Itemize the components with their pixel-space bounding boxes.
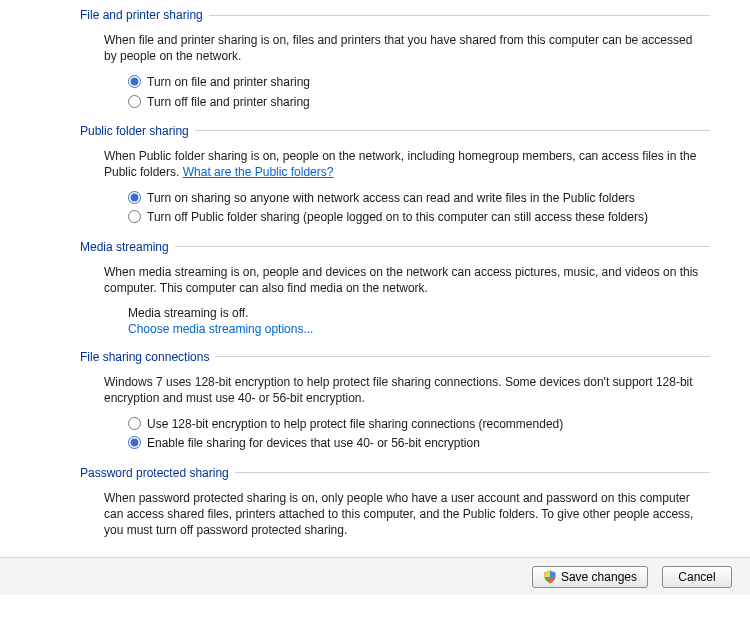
section-file-printer-sharing: File and printer sharing When file and p… bbox=[80, 8, 710, 110]
section-title: Media streaming bbox=[80, 240, 169, 254]
section-header: Public folder sharing bbox=[80, 124, 710, 138]
section-description: When file and printer sharing is on, fil… bbox=[104, 32, 700, 64]
section-header: Media streaming bbox=[80, 240, 710, 254]
section-header: Password protected sharing bbox=[80, 466, 710, 480]
media-streaming-status: Media streaming is off. bbox=[128, 306, 700, 320]
button-label: Save changes bbox=[561, 570, 637, 584]
radio-public-folder-on[interactable] bbox=[128, 191, 141, 204]
uac-shield-icon bbox=[543, 570, 557, 584]
radio-label[interactable]: Use 128-bit encryption to help protect f… bbox=[147, 416, 563, 432]
save-changes-button[interactable]: Save changes bbox=[532, 566, 648, 588]
section-description: When password protected sharing is on, o… bbox=[104, 490, 700, 539]
radio-file-printer-off[interactable] bbox=[128, 95, 141, 108]
section-header: File and printer sharing bbox=[80, 8, 710, 22]
link-choose-media-streaming-options[interactable]: Choose media streaming options... bbox=[128, 322, 313, 336]
section-media-streaming: Media streaming When media streaming is … bbox=[80, 240, 710, 336]
divider bbox=[215, 356, 710, 357]
divider bbox=[209, 15, 710, 16]
section-file-sharing-connections: File sharing connections Windows 7 uses … bbox=[80, 350, 710, 452]
cancel-button[interactable]: Cancel bbox=[662, 566, 732, 588]
advanced-sharing-settings: File and printer sharing When file and p… bbox=[0, 0, 750, 538]
section-description: Windows 7 uses 128-bit encryption to hel… bbox=[104, 374, 700, 406]
section-description: When Public folder sharing is on, people… bbox=[104, 148, 700, 180]
section-description: When media streaming is on, people and d… bbox=[104, 264, 700, 296]
button-label: Cancel bbox=[678, 570, 715, 584]
divider bbox=[195, 130, 710, 131]
section-title: Public folder sharing bbox=[80, 124, 189, 138]
divider bbox=[235, 472, 710, 473]
section-public-folder-sharing: Public folder sharing When Public folder… bbox=[80, 124, 710, 226]
radio-128bit-encryption[interactable] bbox=[128, 417, 141, 430]
radio-label[interactable]: Turn on file and printer sharing bbox=[147, 74, 310, 90]
section-title: Password protected sharing bbox=[80, 466, 229, 480]
section-title: File sharing connections bbox=[80, 350, 209, 364]
section-title: File and printer sharing bbox=[80, 8, 203, 22]
link-what-are-public-folders[interactable]: What are the Public folders? bbox=[183, 165, 334, 179]
section-password-protected-sharing: Password protected sharing When password… bbox=[80, 466, 710, 539]
radio-label[interactable]: Turn off Public folder sharing (people l… bbox=[147, 209, 648, 225]
radio-public-folder-off[interactable] bbox=[128, 210, 141, 223]
footer-bar: Save changes Cancel bbox=[0, 557, 750, 595]
section-header: File sharing connections bbox=[80, 350, 710, 364]
radio-file-printer-on[interactable] bbox=[128, 75, 141, 88]
radio-40-56bit-encryption[interactable] bbox=[128, 436, 141, 449]
radio-label[interactable]: Turn off file and printer sharing bbox=[147, 94, 310, 110]
divider bbox=[175, 246, 710, 247]
radio-label[interactable]: Turn on sharing so anyone with network a… bbox=[147, 190, 635, 206]
radio-label[interactable]: Enable file sharing for devices that use… bbox=[147, 435, 480, 451]
